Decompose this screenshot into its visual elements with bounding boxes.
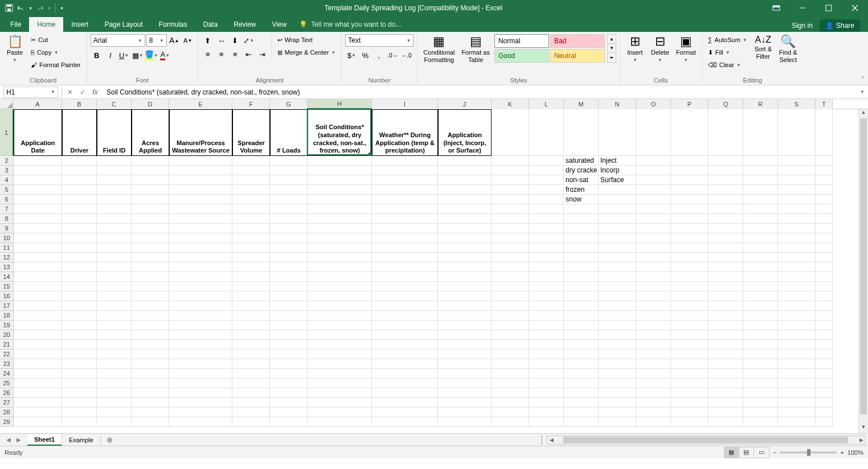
zoom-slider[interactable] — [780, 451, 837, 454]
increase-font-icon[interactable]: A▲ — [168, 34, 181, 47]
row-header-3[interactable]: 3 — [0, 166, 14, 175]
sheet-tab-sheet1[interactable]: Sheet1 — [27, 434, 62, 446]
header-cell-C1[interactable]: Field ID — [97, 109, 132, 156]
select-all-corner[interactable] — [0, 99, 14, 109]
font-size-select[interactable]: 8▼ — [146, 34, 167, 47]
col-header-P[interactable]: P — [671, 99, 709, 109]
col-header-S[interactable]: S — [778, 99, 816, 109]
border-button[interactable]: ▦▼ — [132, 49, 144, 61]
align-right-icon[interactable]: ≡ — [229, 48, 241, 60]
tab-formulas[interactable]: Formulas — [151, 17, 195, 32]
sheet-tab-example[interactable]: Example — [62, 435, 101, 445]
autosum-button[interactable]: ∑AutoSum▼ — [706, 34, 750, 46]
style-bad[interactable]: Bad — [550, 34, 605, 48]
row-header-17[interactable]: 17 — [0, 301, 14, 311]
sign-in-link[interactable]: Sign in — [792, 22, 813, 30]
comma-format-icon[interactable]: , — [372, 49, 385, 61]
zoom-slider-thumb[interactable] — [807, 449, 810, 456]
row-header-12[interactable]: 12 — [0, 253, 14, 262]
row-header-22[interactable]: 22 — [0, 349, 14, 359]
number-format-select[interactable]: Text▼ — [345, 34, 413, 47]
header-cell-I1[interactable]: Weather** During Application (temp & pre… — [372, 109, 438, 156]
scroll-right-icon[interactable]: ▶ — [857, 437, 865, 443]
merge-more-icon[interactable]: ▼ — [331, 50, 335, 55]
cell-M6[interactable]: snow — [564, 195, 599, 204]
minimize-icon[interactable] — [789, 0, 816, 16]
cancel-formula-icon[interactable]: ✕ — [64, 87, 76, 98]
redo-icon[interactable] — [35, 3, 44, 13]
row-header-25[interactable]: 25 — [0, 379, 14, 388]
row-header-23[interactable]: 23 — [0, 359, 14, 369]
row-header-9[interactable]: 9 — [0, 224, 14, 233]
scroll-down-icon[interactable]: ▼ — [859, 424, 868, 433]
italic-button[interactable]: I — [104, 49, 117, 61]
tab-review[interactable]: Review — [226, 17, 264, 32]
zoom-out-icon[interactable]: − — [773, 449, 776, 456]
bold-button[interactable]: B — [91, 49, 103, 61]
paste-more-icon[interactable]: ▼ — [13, 57, 17, 63]
style-neutral[interactable]: Neutral — [550, 49, 605, 63]
paste-button[interactable]: 📋 Paste ▼ — [3, 34, 26, 64]
col-header-R[interactable]: R — [743, 99, 778, 109]
tab-page-layout[interactable]: Page Layout — [96, 17, 150, 32]
view-page-break-icon[interactable]: ▭ — [754, 447, 769, 458]
tab-file[interactable]: File — [2, 17, 29, 32]
header-cell-B1[interactable]: Driver — [62, 109, 97, 156]
row-header-6[interactable]: 6 — [0, 195, 14, 204]
row-header-24[interactable]: 24 — [0, 369, 14, 379]
format-as-table-button[interactable]: ▤Format as Table — [459, 34, 492, 65]
cell-M4[interactable]: non-sat — [564, 175, 599, 185]
copy-button[interactable]: ⎘Copy▼ — [28, 47, 83, 58]
row-header-5[interactable]: 5 — [0, 185, 14, 195]
col-header-F[interactable]: F — [232, 99, 270, 109]
close-icon[interactable] — [842, 0, 868, 16]
row-header-27[interactable]: 27 — [0, 398, 14, 408]
undo-more-icon[interactable]: ▼ — [28, 6, 32, 10]
enter-formula-icon[interactable]: ✓ — [77, 87, 88, 98]
border-more-icon[interactable]: ▼ — [139, 53, 144, 58]
horizontal-scrollbar[interactable]: ◀ ▶ — [547, 435, 866, 445]
col-header-L[interactable]: L — [529, 99, 564, 109]
row-header-18[interactable]: 18 — [0, 311, 14, 320]
row-header-19[interactable]: 19 — [0, 320, 14, 330]
row-header-7[interactable]: 7 — [0, 204, 14, 214]
style-scroll-down-icon[interactable]: ▼ — [608, 44, 616, 53]
zoom-in-icon[interactable]: + — [840, 449, 844, 456]
row-header-13[interactable]: 13 — [0, 262, 14, 272]
align-center-icon[interactable]: ≡ — [215, 48, 228, 60]
expand-formula-bar-icon[interactable]: ▼ — [857, 89, 868, 94]
increase-indent-icon[interactable]: ⇥ — [256, 48, 269, 60]
tab-home[interactable]: Home — [29, 17, 63, 32]
col-header-G[interactable]: G — [270, 99, 308, 109]
row-header-16[interactable]: 16 — [0, 291, 14, 301]
style-scroll-up-icon[interactable]: ▲ — [608, 35, 616, 44]
font-name-select[interactable]: Arial▼ — [91, 34, 145, 47]
decrease-font-icon[interactable]: A▼ — [182, 34, 194, 47]
scroll-up-icon[interactable]: ▲ — [859, 109, 868, 118]
decrease-indent-icon[interactable]: ⇤ — [243, 48, 255, 60]
row-header-28[interactable]: 28 — [0, 408, 14, 417]
cut-button[interactable]: ✂Cut — [28, 34, 83, 46]
col-header-B[interactable]: B — [62, 99, 97, 109]
increase-decimal-icon[interactable]: .0→ — [386, 49, 399, 61]
tab-data[interactable]: Data — [195, 17, 226, 32]
font-color-more-icon[interactable]: ▼ — [165, 53, 170, 58]
cell-N2[interactable]: Inject — [599, 156, 636, 166]
tab-scroll-splitter[interactable] — [541, 435, 544, 445]
grid[interactable]: ABCDEFGHIJKLMNOPQRST 1234567891011121314… — [0, 99, 868, 433]
font-color-button[interactable]: A▼ — [159, 49, 171, 61]
format-painter-button[interactable]: 🖌Format Painter — [28, 59, 83, 71]
sheet-nav-next-icon[interactable]: ▶ — [15, 437, 23, 443]
hscroll-thumb[interactable] — [563, 437, 848, 443]
cell-M5[interactable]: frozen — [564, 185, 599, 195]
row-header-29[interactable]: 29 — [0, 417, 14, 427]
conditional-formatting-button[interactable]: ▦Conditional Formatting — [421, 34, 457, 65]
header-cell-D1[interactable]: Acres Applied — [132, 109, 169, 156]
row-header-10[interactable]: 10 — [0, 233, 14, 243]
row-header-14[interactable]: 14 — [0, 272, 14, 282]
view-normal-icon[interactable]: ▦ — [724, 447, 739, 458]
align-middle-icon[interactable]: ↔ — [215, 34, 228, 47]
col-header-N[interactable]: N — [599, 99, 636, 109]
header-cell-A1[interactable]: Application Date — [14, 109, 62, 156]
col-header-I[interactable]: I — [372, 99, 438, 109]
